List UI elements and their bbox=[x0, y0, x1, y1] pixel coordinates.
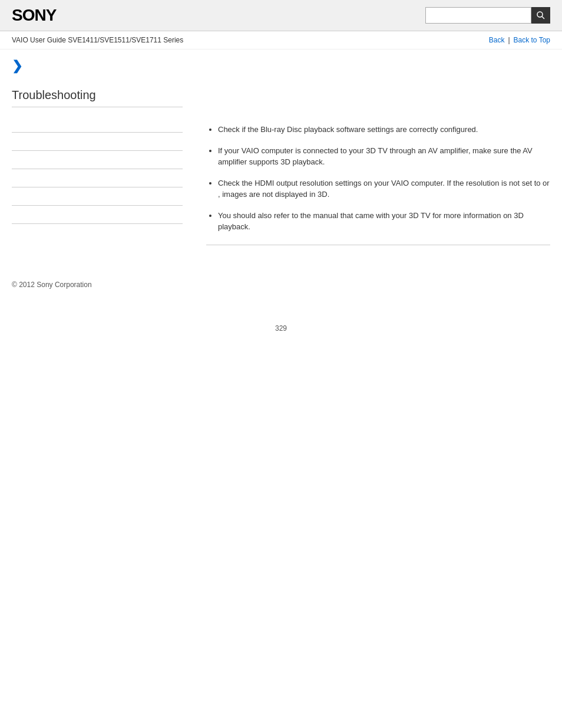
search-area bbox=[425, 7, 550, 24]
page-wrapper: SONY VAIO User Guide SVE1411/SVE1511/SVE… bbox=[0, 0, 562, 728]
bullet-item-4: You should also refer to the manual that… bbox=[218, 210, 550, 233]
header: SONY bbox=[0, 0, 562, 31]
nav-bar: VAIO User Guide SVE1411/SVE1511/SVE1711 … bbox=[0, 31, 562, 50]
sony-logo: SONY bbox=[12, 6, 56, 25]
sidebar-item-5[interactable] bbox=[12, 187, 183, 206]
bullet-item-2: If your VAIO computer is connected to yo… bbox=[218, 145, 550, 168]
back-link[interactable]: Back bbox=[489, 36, 505, 44]
sidebar-item-2[interactable] bbox=[12, 133, 183, 151]
search-button[interactable] bbox=[531, 7, 550, 24]
back-to-top-link[interactable]: Back to Top bbox=[514, 36, 550, 44]
footer: © 2012 Sony Corporation bbox=[0, 269, 562, 301]
svg-line-1 bbox=[542, 17, 544, 19]
sidebar-item-4[interactable] bbox=[12, 169, 183, 187]
nav-title: VAIO User Guide SVE1411/SVE1511/SVE1711 … bbox=[12, 36, 183, 44]
bullet-item-1: Check if the Blu-ray Disc playback softw… bbox=[218, 124, 550, 136]
page-number: 329 bbox=[0, 324, 562, 344]
breadcrumb-area: ❯ bbox=[0, 50, 562, 77]
breadcrumb-chevron[interactable]: ❯ bbox=[12, 58, 22, 74]
main-content: Check if the Blu-ray Disc playback softw… bbox=[194, 88, 550, 245]
search-icon bbox=[536, 11, 546, 20]
sidebar-item-3[interactable] bbox=[12, 151, 183, 169]
copyright-text: © 2012 Sony Corporation bbox=[12, 281, 92, 289]
sidebar-title: Troubleshooting bbox=[12, 88, 183, 107]
sidebar-item-1[interactable] bbox=[12, 114, 183, 133]
content-divider bbox=[206, 245, 550, 245]
bullet-list: Check if the Blu-ray Disc playback softw… bbox=[206, 124, 550, 233]
bullet-item-3: Check the HDMI output resolution setting… bbox=[218, 177, 550, 200]
content-area: Troubleshooting Check if the Blu-ray Dis… bbox=[0, 77, 562, 257]
sidebar-item-6[interactable] bbox=[12, 206, 183, 224]
nav-links: Back | Back to Top bbox=[489, 36, 550, 44]
nav-separator: | bbox=[508, 36, 510, 44]
sidebar: Troubleshooting bbox=[12, 88, 194, 245]
search-input[interactable] bbox=[425, 7, 531, 24]
svg-point-0 bbox=[537, 12, 543, 17]
